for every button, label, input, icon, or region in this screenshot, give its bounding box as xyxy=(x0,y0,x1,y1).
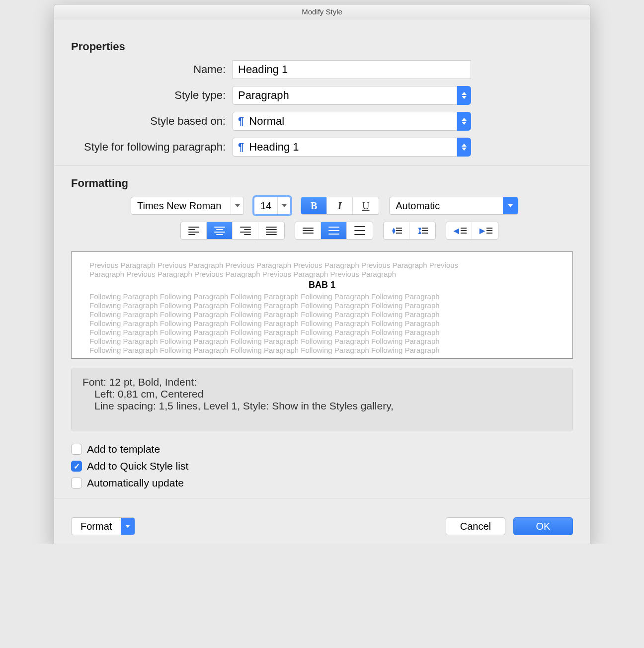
add-to-quick-style-label: Add to Quick Style list xyxy=(87,460,188,472)
decrease-indent-button[interactable]: ◀ xyxy=(446,222,472,239)
italic-button[interactable]: I xyxy=(327,197,353,214)
stepper-icon xyxy=(457,86,471,105)
modify-style-dialog: Modify Style Properties Name: Style type… xyxy=(54,4,590,544)
basedon-value: Normal xyxy=(249,115,284,128)
font-name-combo[interactable]: Times New Roman xyxy=(131,197,244,215)
line-spacing-group xyxy=(295,222,373,240)
dropdown-icon xyxy=(231,197,243,214)
preview-following-text: Following Paragraph Following Paragraph … xyxy=(89,292,555,301)
align-center-button[interactable] xyxy=(207,222,233,239)
space-after-button[interactable]: ▼▲ xyxy=(409,222,435,239)
format-button-label: Format xyxy=(72,521,121,532)
name-input[interactable] xyxy=(233,60,471,79)
font-style-group: B I U xyxy=(301,197,379,215)
preview-following-text: Following Paragraph Following Paragraph … xyxy=(89,310,555,319)
increase-indent-icon: ▶ xyxy=(480,226,490,235)
alignment-group xyxy=(180,222,285,240)
format-menu-button[interactable]: Format xyxy=(71,517,135,535)
preview-following-text: Following Paragraph Following Paragraph … xyxy=(89,328,555,337)
preview-previous-text: Previous Paragraph Previous Paragraph Pr… xyxy=(89,261,555,270)
add-to-template-checkbox[interactable] xyxy=(71,444,82,455)
preview-following-text: Following Paragraph Following Paragraph … xyxy=(89,337,555,346)
styletype-select[interactable]: Paragraph xyxy=(233,86,471,105)
pilcrow-icon: ¶ xyxy=(238,115,244,128)
stepper-icon xyxy=(457,138,471,157)
style-preview: Previous Paragraph Previous Paragraph Pr… xyxy=(71,251,573,359)
preview-following-text: Following Paragraph Following Paragraph … xyxy=(89,319,555,328)
align-justify-button[interactable] xyxy=(258,222,284,239)
spacing-15-button[interactable] xyxy=(321,222,347,239)
decrease-indent-icon: ◀ xyxy=(454,226,465,235)
basedon-select[interactable]: ¶ Normal xyxy=(233,112,471,131)
ok-button[interactable]: OK xyxy=(513,517,573,535)
preview-sample-text: BAB 1 xyxy=(89,280,555,290)
pilcrow-icon: ¶ xyxy=(238,141,244,154)
following-label: Style for following paragraph: xyxy=(71,141,233,154)
font-size-combo[interactable]: 14 xyxy=(254,197,291,215)
align-justify-icon xyxy=(266,226,277,235)
space-after-icon: ▼▲ xyxy=(417,226,428,235)
align-right-button[interactable] xyxy=(233,222,258,239)
dropdown-icon xyxy=(121,518,135,535)
name-label: Name: xyxy=(71,63,233,76)
formatting-heading: Formatting xyxy=(71,177,573,190)
add-to-template-label: Add to template xyxy=(87,443,160,455)
stepper-icon xyxy=(457,112,471,131)
style-description: Font: 12 pt, Bold, Indent: Left: 0,81 cm… xyxy=(71,368,573,431)
align-center-icon xyxy=(214,226,225,235)
window-title: Modify Style xyxy=(54,4,590,19)
underline-button[interactable]: U xyxy=(353,197,379,214)
dropdown-icon xyxy=(277,197,290,214)
following-value: Heading 1 xyxy=(249,141,299,154)
align-right-icon xyxy=(240,226,251,235)
dropdown-icon xyxy=(503,197,518,214)
font-size-value: 14 xyxy=(254,197,277,214)
paragraph-spacing-group: ▲▼ ▼▲ xyxy=(383,222,436,240)
styletype-label: Style type: xyxy=(71,89,233,102)
spacing-2-button[interactable] xyxy=(347,222,373,239)
align-left-button[interactable] xyxy=(181,222,207,239)
following-select[interactable]: ¶ Heading 1 xyxy=(233,138,471,157)
spacing-2-icon xyxy=(354,226,365,235)
font-color-select[interactable]: Automatic xyxy=(389,197,518,215)
description-line: Line spacing: 1,5 lines, Level 1, Style:… xyxy=(82,400,562,412)
properties-heading: Properties xyxy=(71,40,573,53)
description-line: Font: 12 pt, Bold, Indent: xyxy=(82,376,562,388)
space-before-button[interactable]: ▲▼ xyxy=(384,222,409,239)
add-to-quick-style-checkbox[interactable]: ✓ xyxy=(71,461,82,472)
increase-indent-button[interactable]: ▶ xyxy=(472,222,498,239)
auto-update-checkbox[interactable] xyxy=(71,478,82,488)
font-name-value: Times New Roman xyxy=(131,197,231,214)
auto-update-label: Automatically update xyxy=(87,477,184,489)
font-color-value: Automatic xyxy=(390,197,503,214)
indent-group: ◀ ▶ xyxy=(446,222,498,240)
spacing-1-icon xyxy=(303,226,314,235)
description-line: Left: 0,81 cm, Centered xyxy=(82,388,562,400)
align-left-icon xyxy=(188,226,199,235)
space-before-icon: ▲▼ xyxy=(391,226,402,235)
preview-previous-text: Paragraph Previous Paragraph Previous Pa… xyxy=(89,270,555,279)
bold-button[interactable]: B xyxy=(301,197,327,214)
basedon-label: Style based on: xyxy=(71,115,233,128)
spacing-15-icon xyxy=(328,226,339,235)
cancel-button[interactable]: Cancel xyxy=(446,517,505,535)
spacing-1-button[interactable] xyxy=(295,222,321,239)
preview-following-text: Following Paragraph Following Paragraph … xyxy=(89,346,555,355)
preview-following-text: Following Paragraph Following Paragraph … xyxy=(89,301,555,310)
styletype-value: Paragraph xyxy=(238,89,289,102)
